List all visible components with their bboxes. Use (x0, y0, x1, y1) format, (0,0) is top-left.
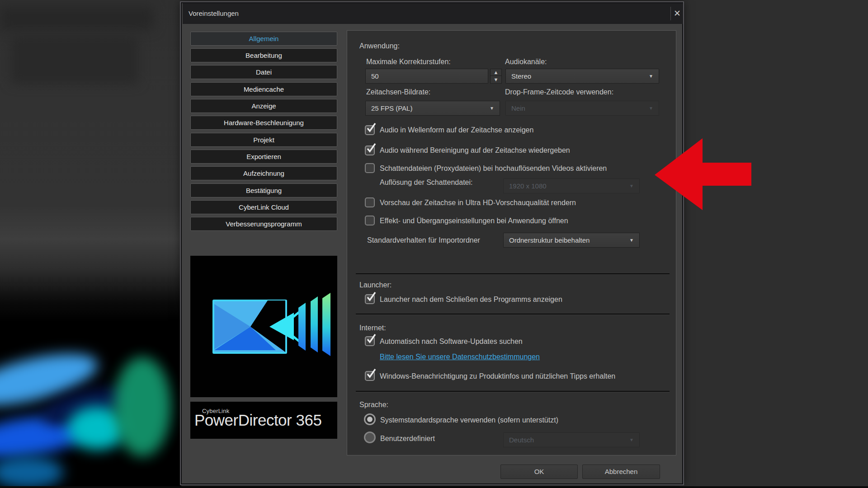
sidebar-tab-mediencache[interactable]: Mediencache (190, 82, 337, 96)
dropdown-arrow-icon: ▼ (629, 433, 634, 447)
close-icon[interactable]: ✕ (672, 7, 683, 20)
aufloesung-dropdown: 868 x 488 ▼ (503, 178, 640, 193)
label-aufloesung: Auflösung der Schattendatei: (380, 178, 472, 187)
bildrate-value: 25 FPS (PAL) (371, 101, 412, 115)
checkbox-software-updates[interactable] (365, 336, 375, 346)
section-sprache: Sprache: (359, 401, 388, 409)
label-software-updates: Automatisch nach Software-Updates suchen (380, 337, 523, 346)
label-effekt-einstellungen: Effekt- und Übergangseinstellungen bei A… (380, 216, 568, 225)
label-importordner: Standardverhalten für Importordner (367, 236, 480, 244)
label-audio-wellenform: Audio in Wellenform auf der Zeitachse an… (380, 126, 533, 135)
label-windows-benachrichtigung: Windows-Benachrichtigung zu Produktinfos… (380, 372, 615, 381)
divider-sprache (356, 391, 670, 392)
product-logo (190, 256, 337, 397)
stepper-up-icon[interactable]: ▲ (491, 69, 501, 76)
section-internet: Internet: (359, 324, 386, 332)
label-schattendateien: Schattendateien (Proxydateien) bei hocha… (380, 164, 607, 173)
ok-button[interactable]: OK (500, 465, 578, 479)
dropdown-arrow-icon: ▼ (649, 101, 653, 115)
checkbox-audio-wellenform[interactable] (365, 125, 375, 135)
sidebar-tab-bestaetigung[interactable]: Bestätigung (190, 183, 337, 197)
section-launcher: Launcher: (359, 281, 392, 289)
audiokanaele-value: Stereo (511, 69, 531, 83)
powerdirector-icon (190, 256, 337, 397)
label-dropframe: Drop-Frame-Zeitcode verwenden: (505, 88, 613, 96)
sprache-value: Deutsch (509, 433, 534, 447)
radio-benutzerdefiniert[interactable] (364, 432, 376, 443)
dropdown-arrow-icon: ▼ (649, 69, 653, 83)
dialog-titlebar[interactable] (183, 3, 683, 24)
label-audio-bereinigung: Audio während Bereinigung auf der Zeitac… (380, 146, 570, 155)
cancel-button[interactable]: Abbrechen (582, 465, 660, 479)
divider-internet (356, 314, 670, 314)
privacy-policy-link[interactable]: Bitte lesen Sie unsere Datenschutzbestim… (380, 353, 540, 361)
importordner-dropdown[interactable]: Ordnerstruktur beibehalten ▼ (503, 233, 640, 248)
sprache-dropdown: Deutsch ▼ (503, 432, 640, 447)
bildrate-dropdown[interactable]: 25 FPS (PAL) ▼ (365, 101, 500, 116)
dialog-title: Voreinstellungen (189, 3, 239, 24)
titlebar-separator (670, 7, 671, 20)
brand-product: PowerDirector 365 (194, 411, 321, 429)
dropframe-dropdown: Nein ▼ (505, 101, 659, 116)
audiokanaele-dropdown[interactable]: Stereo ▼ (505, 69, 659, 84)
label-systemsprache: Systemstandardsprache verwenden (sofern … (380, 416, 558, 425)
radio-systemsprache[interactable] (364, 413, 376, 425)
sidebar-tab-verbesserungsprogramm[interactable]: Verbesserungsprogramm (190, 217, 337, 231)
label-benutzerdefiniert: Benutzerdefiniert (380, 434, 435, 443)
sidebar-tab-anzeige[interactable]: Anzeige (190, 99, 337, 113)
dropdown-arrow-icon: ▼ (629, 179, 634, 193)
sidebar-tab-cyberlink-cloud[interactable]: CyberLink Cloud (190, 200, 337, 214)
label-launcher: Launcher nach dem Schließen des Programm… (380, 295, 562, 304)
aufloesung-value: 868 x 488 (509, 179, 547, 193)
checkbox-launcher[interactable] (365, 294, 375, 304)
label-max-korrekturstufen: Maximale Korrekturstufen: (366, 58, 451, 66)
product-name-box: CyberLink PowerDirector 365 (190, 402, 337, 439)
label-vorschau-uhd: Vorschau der Zeitachse in Ultra HD-Vorsc… (380, 198, 576, 207)
max-korrekturstufen-stepper[interactable]: ▲ ▼ (490, 69, 502, 84)
max-korrekturstufen-value: 50 (371, 69, 379, 83)
checkbox-effekt-einstellungen[interactable] (365, 216, 375, 225)
checkbox-vorschau-uhd[interactable] (365, 197, 375, 207)
sidebar-tab-exportieren[interactable]: Exportieren (190, 150, 337, 164)
max-korrekturstufen-input[interactable]: 50 (365, 69, 488, 84)
section-anwendung: Anwendung: (359, 42, 400, 50)
dropdown-arrow-icon: ▼ (490, 101, 494, 115)
checkbox-audio-bereinigung[interactable] (365, 145, 375, 155)
radio-dot (367, 417, 373, 422)
label-audiokanaele: Audiokanäle: (505, 58, 547, 66)
stepper-down-icon[interactable]: ▼ (491, 76, 501, 83)
sidebar-tab-allgemein[interactable]: Allgemein (190, 32, 337, 46)
importordner-value: Ordnerstruktur beibehalten (509, 233, 590, 247)
sidebar-tab-hardware[interactable]: Hardware-Beschleunigung (190, 116, 337, 130)
sidebar-tab-projekt[interactable]: Projekt (190, 133, 337, 147)
preferences-dialog: Voreinstellungen ✕ Allgemein Bearbeitung… (0, 0, 868, 488)
divider-launcher (356, 273, 670, 274)
annotation-arrow-left (654, 136, 753, 212)
checkbox-windows-benachrichtigung[interactable] (365, 371, 375, 381)
sidebar-tab-bearbeitung[interactable]: Bearbeitung (190, 48, 337, 62)
checkbox-schattendateien[interactable] (365, 163, 375, 173)
sidebar-tab-datei[interactable]: Datei (190, 65, 337, 79)
dropdown-arrow-icon: ▼ (629, 233, 634, 247)
sidebar-tab-aufzeichnung[interactable]: Aufzeichnung (190, 166, 337, 180)
label-zeitachsen-bildrate: Zeitachsen-Bildrate: (366, 88, 430, 96)
dropframe-value: Nein (511, 101, 525, 115)
